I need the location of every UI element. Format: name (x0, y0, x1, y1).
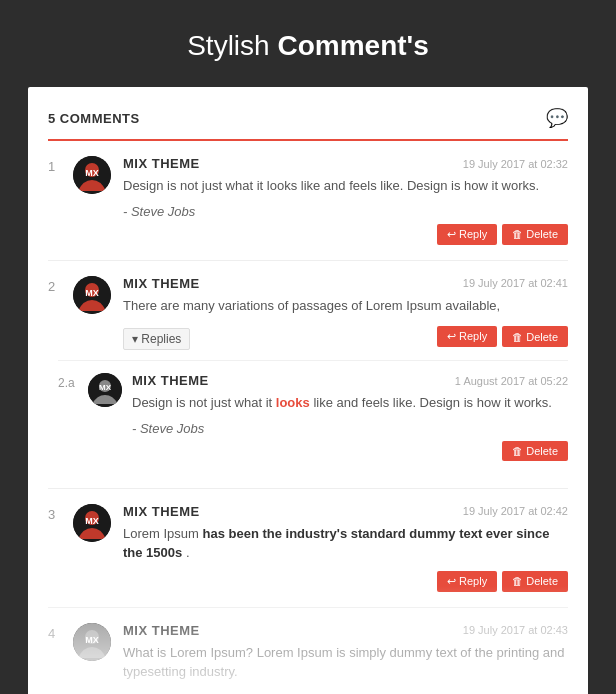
avatar-1: MX (73, 156, 111, 194)
delete-button-3[interactable]: 🗑 Delete (502, 571, 568, 592)
avatar-4: MX (73, 623, 111, 661)
comment-date-3: 19 July 2017 at 02:42 (463, 505, 568, 517)
replies-section-2: 2.a MX MIX THEME 1 August 2017 at 05:22 … (48, 360, 568, 473)
comment-meta-4: MIX THEME 19 July 2017 at 02:43 (123, 623, 568, 638)
nested-author-2a: MIX THEME (132, 373, 209, 388)
title-bold: Comment's (277, 30, 428, 61)
comment-text-1: Design is not just what it looks like an… (123, 176, 568, 196)
comments-container: 5 COMMENTS 💬 1 MX MIX THEME 19 July 2017… (28, 87, 588, 694)
comments-count: 5 COMMENTS (48, 111, 140, 126)
nested-quote-2a: - Steve Jobs (132, 421, 568, 436)
comment-item-2: 2 MX MIX THEME 19 July 2017 at 02:41 The… (48, 261, 568, 489)
comment-actions-1: ↩ Reply 🗑 Delete (123, 224, 568, 245)
svg-text:MX: MX (85, 516, 99, 526)
comment-number-1: 1 (48, 156, 73, 245)
comment-meta-1: MIX THEME 19 July 2017 at 02:32 (123, 156, 568, 171)
nested-body-2a: MIX THEME 1 August 2017 at 05:22 Design … (132, 373, 568, 461)
comment-quote-1: - Steve Jobs (123, 204, 568, 219)
comment-actions-3: ↩ Reply 🗑 Delete (123, 571, 568, 592)
avatar-2: MX (73, 276, 111, 314)
comment-item-2-main: 2 MX MIX THEME 19 July 2017 at 02:41 The… (48, 276, 568, 351)
nested-date-2a: 1 August 2017 at 05:22 (455, 375, 568, 387)
comment-text-3: Lorem Ipsum has been the industry's stan… (123, 524, 568, 563)
comments-header: 5 COMMENTS 💬 (48, 107, 568, 141)
comment-item-1: 1 MX MIX THEME 19 July 2017 at 02:32 Des… (48, 141, 568, 261)
comment-number-4: 4 (48, 623, 73, 690)
delete-button-1[interactable]: 🗑 Delete (502, 224, 568, 245)
nested-meta-2a: MIX THEME 1 August 2017 at 05:22 (132, 373, 568, 388)
comment-body-2: MIX THEME 19 July 2017 at 02:41 There ar… (123, 276, 568, 351)
nested-number-2a: 2.a (58, 373, 88, 461)
nested-actions-2a: 🗑 Delete (132, 441, 568, 461)
comment-item-3: 3 MX MIX THEME 19 July 2017 at 02:42 Lor… (48, 489, 568, 608)
comment-author-4: MIX THEME (123, 623, 200, 638)
reply-button-2[interactable]: ↩ Reply (437, 326, 497, 347)
reply-button-1[interactable]: ↩ Reply (437, 224, 497, 245)
delete-button-2[interactable]: 🗑 Delete (502, 326, 568, 347)
nested-text-2a: Design is not just what it looks like an… (132, 393, 568, 413)
comment-text-4: What is Lorem Ipsum? Lorem Ipsum is simp… (123, 643, 568, 682)
avatar-2a: MX (88, 373, 122, 407)
svg-text:MX: MX (85, 635, 99, 645)
comment-actions-2: ↩ Reply 🗑 Delete (437, 326, 568, 347)
comment-text-2: There are many variations of passages of… (123, 296, 568, 316)
page-title: Stylish Comment's (187, 30, 429, 62)
comment-body-1: MIX THEME 19 July 2017 at 02:32 Design i… (123, 156, 568, 245)
comment-date-2: 19 July 2017 at 02:41 (463, 277, 568, 289)
replies-toggle-2[interactable]: ▾ Replies (123, 328, 190, 350)
svg-text:MX: MX (85, 288, 99, 298)
comment-number-2: 2 (48, 276, 73, 351)
comment-author-2: MIX THEME (123, 276, 200, 291)
reply-button-3[interactable]: ↩ Reply (437, 571, 497, 592)
comment-number-3: 3 (48, 504, 73, 592)
comment-meta-2: MIX THEME 19 July 2017 at 02:41 (123, 276, 568, 291)
comment-body-3: MIX THEME 19 July 2017 at 02:42 Lorem Ip… (123, 504, 568, 592)
title-light: Stylish (187, 30, 269, 61)
comment-author-1: MIX THEME (123, 156, 200, 171)
comment-body-4: MIX THEME 19 July 2017 at 02:43 What is … (123, 623, 568, 690)
comment-meta-3: MIX THEME 19 July 2017 at 02:42 (123, 504, 568, 519)
svg-text:MX: MX (99, 383, 112, 392)
comment-item-4: 4 MX MIX THEME 19 July 2017 at 02:43 Wha… (48, 608, 568, 695)
svg-text:MX: MX (85, 168, 99, 178)
chat-icon: 💬 (546, 107, 568, 129)
nested-comment-2a: 2.a MX MIX THEME 1 August 2017 at 05:22 … (58, 360, 568, 473)
avatar-3: MX (73, 504, 111, 542)
delete-button-2a[interactable]: 🗑 Delete (502, 441, 568, 461)
comment-date-1: 19 July 2017 at 02:32 (463, 158, 568, 170)
comment-author-3: MIX THEME (123, 504, 200, 519)
comment-date-4: 19 July 2017 at 02:43 (463, 624, 568, 636)
